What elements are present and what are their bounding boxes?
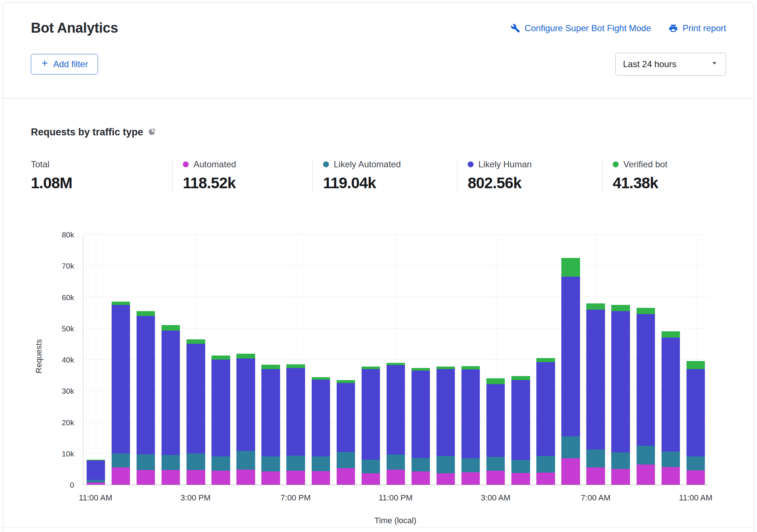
bar[interactable] — [333, 235, 358, 485]
print-report-link[interactable]: Print report — [669, 23, 726, 33]
bar-segment — [437, 473, 455, 485]
bar-segment — [186, 344, 205, 453]
bar[interactable] — [358, 235, 383, 485]
bar[interactable] — [158, 235, 183, 485]
bar[interactable] — [508, 235, 533, 485]
bar-segment — [312, 456, 330, 471]
bar-segment — [162, 455, 180, 470]
bar[interactable] — [308, 235, 333, 485]
add-filter-button[interactable]: Add filter — [31, 54, 98, 74]
bar-segment — [687, 456, 705, 470]
bar-stack — [137, 311, 155, 485]
stat-verified-bot[interactable]: Verified bot 41.38k — [602, 158, 667, 192]
bar[interactable] — [583, 235, 608, 485]
bar-stack — [162, 325, 180, 485]
bar[interactable] — [683, 235, 708, 485]
printer-icon — [669, 23, 678, 33]
bar-segment — [186, 453, 205, 470]
bar-segment — [312, 380, 330, 456]
bar[interactable] — [133, 235, 158, 485]
bar[interactable] — [283, 235, 308, 485]
stat-verified-bot-label: Verified bot — [623, 159, 667, 170]
bar-stack — [362, 367, 380, 485]
bar-segment — [261, 471, 280, 485]
bar[interactable] — [458, 235, 483, 485]
configure-super-bot-fight-mode-link[interactable]: Configure Super Bot Fight Mode — [511, 23, 651, 33]
bar-stack — [637, 308, 655, 485]
bar-segment — [211, 471, 230, 485]
stat-likely-human-value: 802.56k — [468, 175, 602, 192]
bar-stack — [511, 376, 530, 485]
bar-stack — [586, 303, 605, 485]
bar-segment — [137, 316, 155, 455]
stat-likely-human[interactable]: Likely Human 802.56k — [457, 158, 602, 192]
bar-segment — [586, 449, 605, 467]
bar-stack — [561, 258, 580, 485]
bar-stack — [186, 339, 205, 485]
bar-segment — [511, 380, 530, 460]
bar-segment — [112, 453, 130, 467]
bar-segment — [162, 470, 180, 485]
bar-segment — [362, 473, 380, 485]
bar-segment — [286, 456, 305, 471]
bar-segment — [337, 380, 355, 383]
bar-segment — [437, 367, 455, 369]
bar-segment — [137, 454, 155, 470]
bar[interactable] — [383, 235, 408, 485]
bar-segment — [87, 460, 105, 480]
bar-stack — [337, 380, 355, 485]
bar[interactable] — [233, 235, 258, 485]
stat-automated[interactable]: Automated 118.52k — [172, 158, 312, 192]
bar-segment — [362, 460, 380, 474]
stat-automated-value: 118.52k — [183, 175, 312, 192]
add-filter-label: Add filter — [53, 59, 88, 69]
bar-segment — [461, 472, 480, 485]
y-tick-label: 60k — [31, 293, 74, 302]
bar[interactable] — [83, 235, 108, 485]
y-tick-label: 10k — [31, 449, 74, 459]
bar[interactable] — [658, 235, 683, 485]
chevron-down-icon — [710, 59, 718, 69]
x-tick-label: 11:00 AM — [679, 493, 712, 503]
bar[interactable] — [408, 235, 433, 485]
y-tick-label: 40k — [31, 355, 74, 365]
bar-segment — [337, 468, 355, 485]
bar[interactable] — [533, 235, 558, 485]
bar[interactable] — [208, 235, 233, 485]
bar-segment — [561, 258, 580, 277]
x-tick-label: 3:00 PM — [181, 493, 211, 503]
verified-bot-legend-dot — [613, 161, 619, 167]
wrench-icon — [511, 23, 520, 33]
bar[interactable] — [183, 235, 208, 485]
bar-segment — [536, 358, 555, 362]
bar[interactable] — [108, 235, 133, 485]
requests-by-traffic-type-section: Requests by traffic type Total 1.08M Aut… — [3, 99, 754, 532]
bar[interactable] — [258, 235, 283, 485]
bar-segment — [236, 470, 255, 485]
x-tick-label: 11:00 PM — [378, 493, 413, 503]
card-header: Bot Analytics Configure Super Bot Fight … — [3, 3, 754, 98]
stat-likely-automated[interactable]: Likely Automated 119.04k — [312, 158, 457, 192]
bar-segment — [261, 365, 280, 369]
bar-stack — [662, 331, 680, 485]
bar-stack — [261, 365, 280, 485]
y-tick-label: 30k — [31, 386, 74, 396]
bar[interactable] — [558, 235, 583, 485]
time-range-select[interactable]: Last 24 hours — [615, 53, 726, 76]
bars-layer — [83, 235, 708, 485]
likely-automated-legend-dot — [323, 161, 329, 167]
bar[interactable] — [608, 235, 633, 485]
stat-total-value: 1.08M — [31, 175, 172, 192]
bar-segment — [162, 325, 180, 330]
bar-segment — [637, 308, 655, 314]
bar[interactable] — [483, 235, 508, 485]
bar-segment — [362, 367, 380, 369]
automated-legend-dot — [183, 161, 189, 167]
time-range-value: Last 24 hours — [623, 59, 676, 69]
bar-segment — [611, 311, 630, 452]
bar-segment — [662, 467, 680, 485]
bar[interactable] — [633, 235, 658, 485]
bar-segment — [461, 458, 480, 472]
bar-stack — [286, 364, 305, 485]
bar[interactable] — [433, 235, 458, 485]
